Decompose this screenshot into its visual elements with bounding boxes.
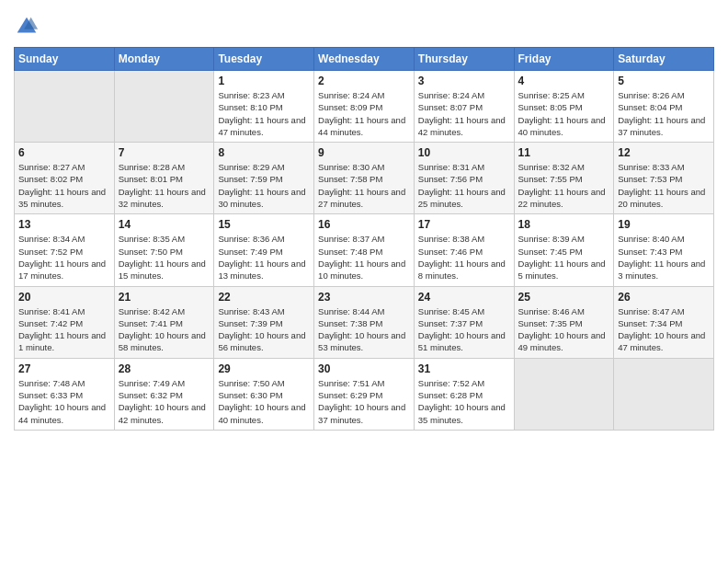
day-number: 8 bbox=[218, 146, 310, 159]
calendar-week-row: 1Sunrise: 8:23 AM Sunset: 8:10 PM Daylig… bbox=[15, 71, 714, 143]
weekday-header-sunday: Sunday bbox=[15, 48, 115, 71]
day-info: Sunrise: 8:45 AM Sunset: 7:37 PM Dayligh… bbox=[418, 305, 510, 354]
calendar-cell: 23Sunrise: 8:44 AM Sunset: 7:38 PM Dayli… bbox=[314, 286, 415, 358]
day-info: Sunrise: 8:41 AM Sunset: 7:42 PM Dayligh… bbox=[18, 305, 110, 354]
day-info: Sunrise: 7:52 AM Sunset: 6:28 PM Dayligh… bbox=[418, 377, 510, 426]
weekday-header-saturday: Saturday bbox=[614, 48, 714, 71]
calendar-cell: 8Sunrise: 8:29 AM Sunset: 7:59 PM Daylig… bbox=[214, 143, 314, 214]
day-number: 7 bbox=[119, 146, 210, 159]
day-info: Sunrise: 8:34 AM Sunset: 7:52 PM Dayligh… bbox=[18, 233, 110, 282]
day-info: Sunrise: 8:33 AM Sunset: 7:53 PM Dayligh… bbox=[618, 161, 710, 210]
day-number: 11 bbox=[518, 146, 610, 159]
day-info: Sunrise: 8:26 AM Sunset: 8:04 PM Dayligh… bbox=[618, 89, 710, 138]
calendar-cell: 1Sunrise: 8:23 AM Sunset: 8:10 PM Daylig… bbox=[214, 71, 314, 143]
calendar-cell: 9Sunrise: 8:30 AM Sunset: 7:58 PM Daylig… bbox=[314, 143, 415, 214]
day-number: 28 bbox=[119, 362, 210, 375]
calendar-cell: 31Sunrise: 7:52 AM Sunset: 6:28 PM Dayli… bbox=[414, 358, 514, 430]
calendar-cell: 11Sunrise: 8:32 AM Sunset: 7:55 PM Dayli… bbox=[514, 143, 614, 214]
calendar-header: SundayMondayTuesdayWednesdayThursdayFrid… bbox=[15, 48, 714, 71]
calendar-cell: 19Sunrise: 8:40 AM Sunset: 7:43 PM Dayli… bbox=[614, 214, 714, 286]
weekday-header-monday: Monday bbox=[114, 48, 214, 71]
day-number: 12 bbox=[618, 146, 710, 159]
day-info: Sunrise: 8:37 AM Sunset: 7:48 PM Dayligh… bbox=[318, 233, 410, 282]
calendar-cell: 28Sunrise: 7:49 AM Sunset: 6:32 PM Dayli… bbox=[114, 358, 214, 430]
calendar-cell: 30Sunrise: 7:51 AM Sunset: 6:29 PM Dayli… bbox=[314, 358, 415, 430]
day-info: Sunrise: 7:48 AM Sunset: 6:33 PM Dayligh… bbox=[18, 377, 110, 426]
calendar-cell: 13Sunrise: 8:34 AM Sunset: 7:52 PM Dayli… bbox=[15, 214, 115, 286]
day-number: 2 bbox=[318, 75, 410, 87]
day-number: 25 bbox=[518, 291, 610, 304]
calendar-cell: 26Sunrise: 8:47 AM Sunset: 7:34 PM Dayli… bbox=[614, 286, 714, 358]
day-number: 19 bbox=[618, 218, 710, 231]
calendar-cell: 10Sunrise: 8:31 AM Sunset: 7:56 PM Dayli… bbox=[414, 143, 514, 214]
calendar-cell bbox=[514, 358, 614, 430]
calendar-cell: 21Sunrise: 8:42 AM Sunset: 7:41 PM Dayli… bbox=[114, 286, 214, 358]
day-number: 6 bbox=[18, 146, 110, 159]
weekday-header-thursday: Thursday bbox=[414, 48, 514, 71]
calendar-cell: 22Sunrise: 8:43 AM Sunset: 7:39 PM Dayli… bbox=[214, 286, 314, 358]
calendar-week-row: 27Sunrise: 7:48 AM Sunset: 6:33 PM Dayli… bbox=[15, 358, 714, 430]
calendar-cell: 20Sunrise: 8:41 AM Sunset: 7:42 PM Dayli… bbox=[15, 286, 115, 358]
calendar-cell: 27Sunrise: 7:48 AM Sunset: 6:33 PM Dayli… bbox=[15, 358, 115, 430]
calendar-cell: 2Sunrise: 8:24 AM Sunset: 8:09 PM Daylig… bbox=[314, 71, 415, 143]
day-info: Sunrise: 8:39 AM Sunset: 7:45 PM Dayligh… bbox=[518, 233, 610, 282]
weekday-header-wednesday: Wednesday bbox=[314, 48, 415, 71]
day-number: 13 bbox=[18, 218, 110, 231]
calendar-cell: 4Sunrise: 8:25 AM Sunset: 8:05 PM Daylig… bbox=[514, 71, 614, 143]
calendar-cell: 16Sunrise: 8:37 AM Sunset: 7:48 PM Dayli… bbox=[314, 214, 415, 286]
calendar-cell: 29Sunrise: 7:50 AM Sunset: 6:30 PM Dayli… bbox=[214, 358, 314, 430]
day-number: 30 bbox=[318, 362, 410, 375]
day-info: Sunrise: 8:36 AM Sunset: 7:49 PM Dayligh… bbox=[218, 233, 310, 282]
day-info: Sunrise: 8:23 AM Sunset: 8:10 PM Dayligh… bbox=[218, 89, 310, 138]
day-info: Sunrise: 8:40 AM Sunset: 7:43 PM Dayligh… bbox=[618, 233, 710, 282]
calendar-cell bbox=[114, 71, 214, 143]
calendar-table: SundayMondayTuesdayWednesdayThursdayFrid… bbox=[14, 47, 714, 431]
calendar-body: 1Sunrise: 8:23 AM Sunset: 8:10 PM Daylig… bbox=[15, 71, 714, 431]
day-number: 24 bbox=[418, 291, 510, 304]
day-info: Sunrise: 8:29 AM Sunset: 7:59 PM Dayligh… bbox=[218, 161, 310, 210]
calendar-cell: 17Sunrise: 8:38 AM Sunset: 7:46 PM Dayli… bbox=[414, 214, 514, 286]
calendar-week-row: 20Sunrise: 8:41 AM Sunset: 7:42 PM Dayli… bbox=[15, 286, 714, 358]
day-number: 20 bbox=[18, 291, 110, 304]
day-number: 23 bbox=[318, 291, 410, 304]
weekday-header-row: SundayMondayTuesdayWednesdayThursdayFrid… bbox=[15, 48, 714, 71]
day-number: 3 bbox=[418, 75, 510, 87]
day-number: 22 bbox=[218, 291, 310, 304]
day-number: 9 bbox=[318, 146, 410, 159]
calendar-cell: 5Sunrise: 8:26 AM Sunset: 8:04 PM Daylig… bbox=[614, 71, 714, 143]
calendar-cell bbox=[15, 71, 115, 143]
day-info: Sunrise: 8:24 AM Sunset: 8:09 PM Dayligh… bbox=[318, 89, 410, 138]
calendar-cell: 14Sunrise: 8:35 AM Sunset: 7:50 PM Dayli… bbox=[114, 214, 214, 286]
day-info: Sunrise: 8:32 AM Sunset: 7:55 PM Dayligh… bbox=[518, 161, 610, 210]
calendar-cell: 24Sunrise: 8:45 AM Sunset: 7:37 PM Dayli… bbox=[414, 286, 514, 358]
day-number: 17 bbox=[418, 218, 510, 231]
calendar-cell: 7Sunrise: 8:28 AM Sunset: 8:01 PM Daylig… bbox=[114, 143, 214, 214]
day-info: Sunrise: 8:28 AM Sunset: 8:01 PM Dayligh… bbox=[119, 161, 210, 210]
weekday-header-tuesday: Tuesday bbox=[214, 48, 314, 71]
day-number: 16 bbox=[318, 218, 410, 231]
day-number: 27 bbox=[18, 362, 110, 375]
day-number: 18 bbox=[518, 218, 610, 231]
logo-icon bbox=[14, 14, 40, 40]
day-number: 21 bbox=[119, 291, 210, 304]
calendar-cell bbox=[614, 358, 714, 430]
calendar-cell: 15Sunrise: 8:36 AM Sunset: 7:49 PM Dayli… bbox=[214, 214, 314, 286]
day-info: Sunrise: 8:46 AM Sunset: 7:35 PM Dayligh… bbox=[518, 305, 610, 354]
day-info: Sunrise: 8:25 AM Sunset: 8:05 PM Dayligh… bbox=[518, 89, 610, 138]
calendar-cell: 25Sunrise: 8:46 AM Sunset: 7:35 PM Dayli… bbox=[514, 286, 614, 358]
day-info: Sunrise: 8:30 AM Sunset: 7:58 PM Dayligh… bbox=[318, 161, 410, 210]
day-number: 29 bbox=[218, 362, 310, 375]
logo bbox=[14, 14, 43, 40]
day-info: Sunrise: 7:51 AM Sunset: 6:29 PM Dayligh… bbox=[318, 377, 410, 426]
day-info: Sunrise: 8:43 AM Sunset: 7:39 PM Dayligh… bbox=[218, 305, 310, 354]
day-number: 14 bbox=[119, 218, 210, 231]
day-info: Sunrise: 8:42 AM Sunset: 7:41 PM Dayligh… bbox=[119, 305, 210, 354]
calendar-cell: 18Sunrise: 8:39 AM Sunset: 7:45 PM Dayli… bbox=[514, 214, 614, 286]
day-number: 31 bbox=[418, 362, 510, 375]
day-number: 5 bbox=[618, 75, 710, 87]
day-number: 10 bbox=[418, 146, 510, 159]
day-info: Sunrise: 8:31 AM Sunset: 7:56 PM Dayligh… bbox=[418, 161, 510, 210]
day-info: Sunrise: 8:44 AM Sunset: 7:38 PM Dayligh… bbox=[318, 305, 410, 354]
day-info: Sunrise: 8:24 AM Sunset: 8:07 PM Dayligh… bbox=[418, 89, 510, 138]
day-number: 1 bbox=[218, 75, 310, 87]
